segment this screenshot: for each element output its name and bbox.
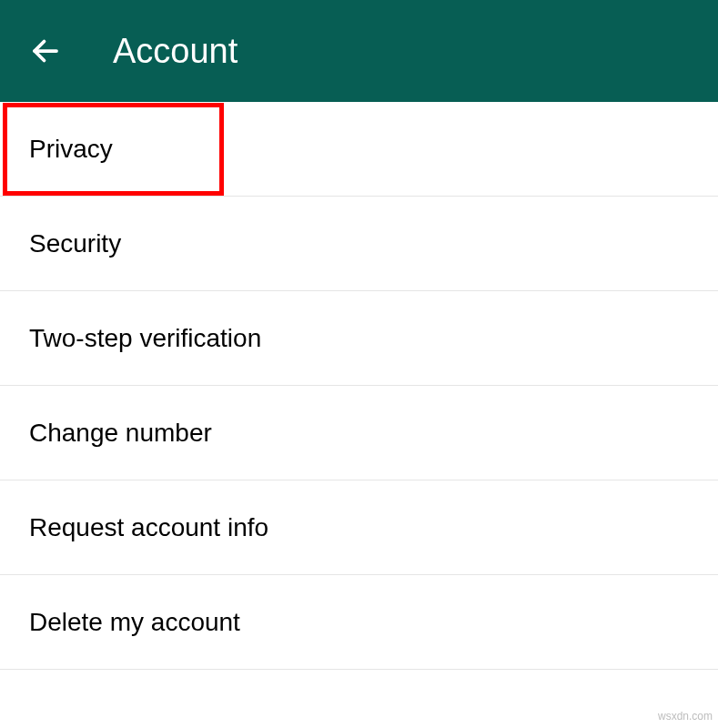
page-title: Account (113, 32, 238, 71)
list-item-security[interactable]: Security (0, 197, 718, 291)
list-item-request-account-info[interactable]: Request account info (0, 480, 718, 575)
list-item-label: Request account info (29, 513, 268, 542)
list-item-change-number[interactable]: Change number (0, 386, 718, 480)
list-item-label: Security (29, 229, 121, 258)
app-header: Account (0, 0, 718, 102)
back-arrow-icon[interactable] (29, 35, 62, 67)
list-item-label: Change number (29, 419, 212, 448)
list-item-label: Two-step verification (29, 324, 261, 353)
watermark-text: wsxdn.com (658, 710, 713, 723)
list-item-privacy[interactable]: Privacy (0, 102, 718, 197)
list-item-delete-my-account[interactable]: Delete my account (0, 575, 718, 670)
list-item-label: Delete my account (29, 608, 240, 637)
list-item-label: Privacy (29, 135, 113, 164)
list-item-two-step-verification[interactable]: Two-step verification (0, 291, 718, 386)
settings-list: Privacy Security Two-step verification C… (0, 102, 718, 670)
